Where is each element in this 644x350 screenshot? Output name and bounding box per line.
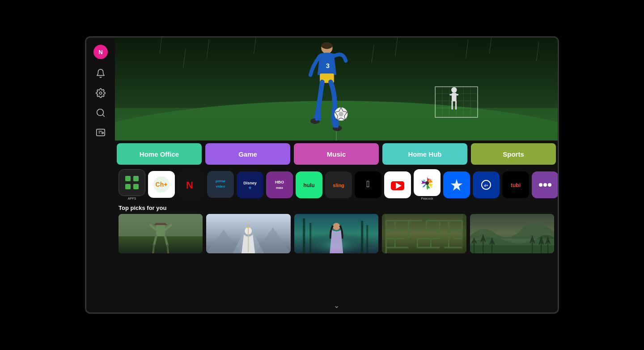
app-icon-ch[interactable]: Ch+: [148, 171, 175, 198]
app-icon-peacock[interactable]: [414, 169, 441, 196]
pick-thumb-5[interactable]: [470, 214, 554, 253]
settings-icon[interactable]: [95, 88, 106, 98]
svg-point-105: [333, 223, 340, 230]
app-wrapper-ch: Ch+: [148, 171, 175, 199]
app-wrapper-appletv: : [355, 171, 381, 198]
app-wrapper-sling: sling: [325, 171, 352, 198]
app-icon-apps[interactable]: [119, 169, 145, 196]
app-icon-appletv[interactable]: : [355, 171, 381, 198]
svg-point-79: [539, 183, 542, 187]
svg-rect-85: [156, 225, 165, 236]
svg-text:tubi: tubi: [511, 182, 521, 188]
svg-rect-133: [463, 214, 466, 253]
top-picks-row: [119, 214, 554, 253]
svg-text:hulu: hulu: [303, 182, 314, 188]
app-wrapper-disney: Disney +: [237, 171, 263, 198]
app-wrapper-youtube: [384, 171, 411, 198]
svg-point-81: [548, 183, 551, 187]
category-sports[interactable]: Sports: [471, 143, 556, 165]
svg-rect-104: [366, 225, 368, 253]
svg-text:prime: prime: [216, 179, 225, 183]
user-avatar[interactable]: N: [93, 45, 108, 59]
svg-line-89: [167, 245, 168, 253]
svg-point-80: [543, 183, 547, 187]
svg-text:Ch+: Ch+: [156, 181, 168, 188]
pick-thumb-4[interactable]: [382, 214, 466, 253]
svg-text:: : [366, 179, 369, 189]
svg-text:3: 3: [326, 62, 330, 69]
app-wrapper-apps: APPS: [119, 169, 145, 200]
app-icon-hbo[interactable]: HBO max: [266, 171, 293, 198]
apps-row: APPS Ch+ N: [115, 167, 558, 202]
svg-text:video: video: [216, 184, 225, 188]
main-content: 3: [115, 38, 558, 312]
svg-line-2: [102, 115, 104, 116]
svg-point-26: [321, 43, 332, 49]
svg-line-88: [153, 245, 154, 253]
profile-icon[interactable]: [95, 127, 106, 138]
app-icon-hulu[interactable]: hulu: [296, 171, 322, 198]
app-icon-prime[interactable]: prime video: [207, 171, 234, 198]
svg-point-0: [99, 92, 102, 94]
category-bar: Home Office Game Music Home Hub Sports: [115, 141, 558, 167]
svg-rect-45: [133, 176, 139, 181]
pick-thumb-1[interactable]: [119, 214, 203, 253]
svg-point-34: [339, 112, 343, 117]
tv-frame: N: [85, 36, 559, 314]
app-wrapper-more: [532, 171, 558, 198]
app-wrapper-hulu: hulu: [296, 171, 322, 198]
app-icon-sling[interactable]: sling: [325, 171, 352, 198]
top-picks-title: Top picks for you: [119, 205, 554, 211]
svg-rect-102: [309, 223, 311, 253]
svg-rect-44: [125, 176, 131, 181]
svg-rect-46: [125, 184, 131, 189]
svg-text:d+: d+: [484, 184, 488, 188]
app-wrapper-tubi: tubi: [502, 171, 529, 198]
notification-icon[interactable]: [95, 68, 106, 79]
app-icon-discovery[interactable]: d+: [473, 171, 500, 198]
app-label-apps: APPS: [128, 197, 136, 200]
svg-text:sling: sling: [333, 183, 344, 188]
search-icon[interactable]: [95, 107, 106, 118]
svg-rect-101: [303, 218, 305, 253]
top-picks-section: Top picks for you: [115, 202, 558, 310]
app-icon-netflix[interactable]: N: [178, 171, 204, 198]
pick-thumb-3[interactable]: [294, 214, 378, 253]
pick-thumb-2[interactable]: [206, 214, 290, 253]
sidebar: N: [86, 38, 115, 312]
svg-rect-31: [315, 110, 321, 120]
hero-banner[interactable]: 3: [115, 38, 558, 141]
svg-point-71: [425, 181, 429, 185]
app-icon-tubi[interactable]: tubi: [502, 171, 529, 198]
app-icon-paramount[interactable]: [443, 171, 470, 198]
app-wrapper-discovery: d+: [473, 171, 500, 198]
svg-rect-132: [382, 214, 385, 253]
app-icon-disney[interactable]: Disney +: [237, 171, 263, 198]
scroll-indicator-container: ⌄: [115, 310, 558, 312]
category-music[interactable]: Music: [294, 143, 379, 165]
app-wrapper-peacock: Peacock: [414, 169, 441, 200]
app-wrapper-netflix: N: [178, 171, 204, 199]
svg-rect-47: [133, 184, 139, 189]
app-wrapper-hbo: HBO max: [266, 171, 293, 198]
svg-point-20: [451, 87, 457, 93]
category-home-hub[interactable]: Home Hub: [382, 143, 467, 165]
app-icon-more[interactable]: [532, 171, 558, 198]
app-wrapper-paramount: [443, 171, 470, 198]
app-icon-youtube[interactable]: [384, 171, 411, 198]
svg-text:max: max: [276, 186, 284, 190]
app-wrapper-prime: prime video: [207, 171, 234, 199]
svg-text:HBO: HBO: [275, 180, 284, 184]
scroll-down-icon[interactable]: ⌄: [334, 301, 339, 310]
app-label-peacock: Peacock: [421, 197, 433, 200]
svg-text:N: N: [186, 179, 193, 191]
soccer-scene-svg: 3: [115, 38, 558, 141]
svg-rect-58: [270, 175, 289, 194]
svg-text:+: +: [248, 185, 251, 191]
category-game[interactable]: Game: [205, 143, 290, 165]
svg-rect-103: [361, 221, 363, 253]
svg-point-6: [102, 132, 104, 134]
category-home-office[interactable]: Home Office: [117, 143, 202, 165]
